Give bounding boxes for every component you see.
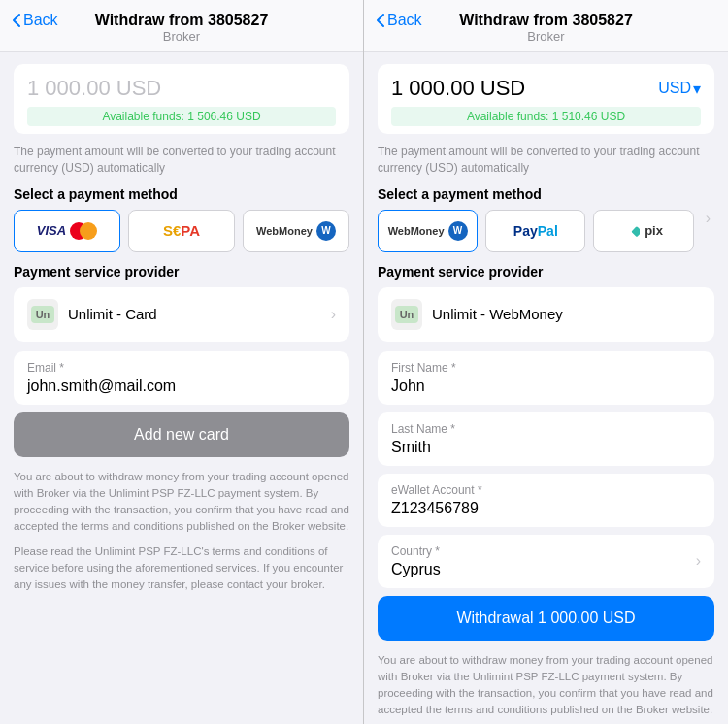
amount-value-left[interactable]: 1 000.00 USD [27, 76, 161, 101]
chevron-right-icon-country: › [696, 552, 701, 570]
ewallet-value: Z123456789 [391, 500, 701, 517]
email-value: john.smith@mail.com [27, 378, 336, 395]
amount-value-right[interactable]: 1 000.00 USD [391, 76, 525, 101]
paypal-logo: PayPal [513, 223, 558, 239]
title-right: Withdraw from 3805827 [459, 12, 633, 29]
email-label: Email * [27, 361, 336, 375]
info-text-right: The payment amount will be converted to … [378, 144, 714, 177]
add-card-button[interactable]: Add new card [14, 412, 349, 457]
pix-icon [624, 223, 640, 239]
subtitle-right: Broker [527, 29, 564, 44]
provider-box-right: Un Unlimit - WebMoney [378, 287, 714, 342]
available-bar-left: Available funds: 1 506.46 USD [27, 107, 336, 126]
svg-rect-0 [631, 226, 640, 237]
last-name-field-box[interactable]: Last Name * Smith [378, 412, 714, 466]
payment-methods-right: WebMoney W PayPal pix [378, 210, 714, 252]
webmoney-text-right: WebMoney [388, 225, 445, 237]
amount-box-left: 1 000.00 USD Available funds: 1 506.46 U… [14, 64, 349, 134]
mastercard-icon [70, 222, 97, 240]
webmoney-icon-left: W [316, 221, 336, 241]
select-payment-label-right: Select a payment method [378, 186, 714, 202]
pix-text: pix [645, 223, 663, 238]
header-right: Back Withdraw from 3805827 Broker [364, 0, 728, 52]
back-button-left[interactable]: Back [12, 12, 58, 29]
webmoney-icon-right: W [448, 221, 468, 241]
screen-right: Back Withdraw from 3805827 Broker 1 000.… [364, 0, 728, 724]
payment-method-webmoney-left[interactable]: WebMoney W [243, 210, 349, 252]
subtitle-left: Broker [163, 29, 200, 44]
sepa-logo: S€PA [163, 222, 200, 239]
ewallet-label: eWallet Account * [391, 483, 701, 497]
first-name-label: First Name * [391, 361, 701, 375]
first-name-field-box[interactable]: First Name * John [378, 351, 714, 405]
more-payment-methods-button[interactable]: › [702, 210, 714, 252]
info-text-left: The payment amount will be converted to … [14, 144, 349, 177]
amount-box-right: 1 000.00 USD USD ▾ Available funds: 1 51… [378, 64, 714, 134]
title-left: Withdraw from 3805827 [95, 12, 269, 29]
disclaimer1-left: You are about to withdraw money from you… [14, 469, 349, 536]
disclaimer2-left: Please read the Unlimint PSP FZ-LLC's te… [14, 543, 349, 594]
webmoney-text-left: WebMoney [256, 225, 313, 237]
last-name-label: Last Name * [391, 422, 701, 436]
disclaimer-right: You are about to withdraw money from you… [378, 652, 714, 719]
first-name-value: John [391, 378, 701, 395]
provider-label-right: Payment service provider [378, 264, 714, 280]
last-name-value: Smith [391, 439, 701, 456]
country-field-box[interactable]: Country * Cyprus › [378, 535, 714, 588]
header-left: Back Withdraw from 3805827 Broker [0, 0, 363, 52]
provider-box-left[interactable]: Un Unlimit - Card › [14, 287, 349, 342]
provider-icon-right: Un [391, 299, 422, 330]
payment-method-paypal[interactable]: PayPal [485, 210, 585, 252]
country-label: Country * [391, 544, 696, 558]
provider-label-left: Payment service provider [14, 264, 349, 280]
available-text-right: Available funds: 1 510.46 USD [399, 110, 693, 123]
payment-methods-left: VISA S€PA WebMoney W [14, 210, 349, 252]
ewallet-field-box[interactable]: eWallet Account * Z123456789 [378, 474, 714, 527]
provider-name-right: Unlimit - WebMoney [432, 306, 563, 322]
currency-selector[interactable]: USD ▾ [658, 80, 701, 98]
payment-method-sepa[interactable]: S€PA [128, 210, 235, 252]
available-text-left: Available funds: 1 506.46 USD [35, 110, 328, 123]
select-payment-label-left: Select a payment method [14, 186, 349, 202]
withdrawal-button[interactable]: Withdrawal 1 000.00 USD [378, 596, 714, 641]
country-value: Cyprus [391, 561, 696, 578]
payment-method-visa[interactable]: VISA [14, 210, 120, 252]
chevron-down-icon: ▾ [693, 80, 701, 98]
provider-icon-left: Un [27, 299, 58, 330]
back-button-right[interactable]: Back [376, 12, 422, 29]
payment-method-webmoney-right[interactable]: WebMoney W [378, 210, 478, 252]
email-field-box[interactable]: Email * john.smith@mail.com [14, 351, 349, 405]
visa-logo: VISA [37, 223, 66, 238]
available-bar-right: Available funds: 1 510.46 USD [391, 107, 701, 126]
provider-name-left: Unlimit - Card [68, 306, 157, 322]
payment-method-pix[interactable]: pix [593, 210, 693, 252]
chevron-right-icon-left: › [331, 306, 336, 323]
screen-left: Back Withdraw from 3805827 Broker 1 000.… [0, 0, 364, 724]
